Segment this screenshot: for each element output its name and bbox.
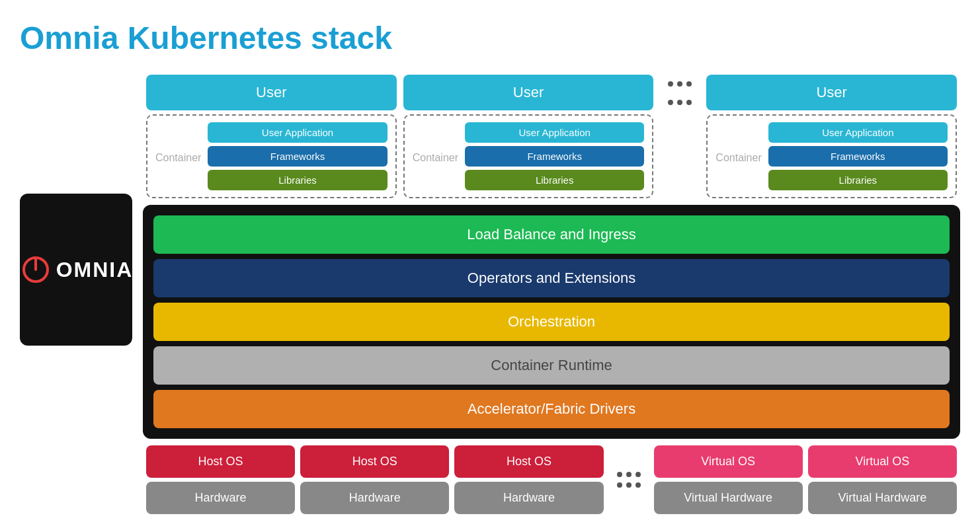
dots-row-hw-1 — [617, 472, 641, 477]
app-box-1: User Application — [208, 122, 387, 143]
dot — [617, 472, 622, 477]
hw-group-3: Host OS Hardware — [454, 445, 603, 514]
hw-group-2: Host OS Hardware — [300, 445, 449, 514]
container-group-1: User Container User Application Framewor… — [146, 75, 397, 198]
dot — [668, 81, 673, 87]
hardware-3: Hardware — [454, 482, 603, 514]
virtual-hw-2: Virtual Hardware — [808, 482, 957, 514]
libraries-box-1: Libraries — [208, 170, 387, 190]
container-stack-2: User Application Frameworks Libraries — [465, 122, 644, 190]
libraries-box-2: Libraries — [465, 170, 644, 190]
dot — [626, 472, 632, 477]
host-os-3: Host OS — [454, 445, 603, 478]
app-box-3: User Application — [768, 122, 948, 143]
dots-row-hw-2 — [617, 482, 641, 488]
container-label-2: Container — [413, 149, 458, 164]
dot — [635, 482, 641, 488]
container-box-1: Container User Application Frameworks Li… — [146, 114, 397, 198]
hw-group-virtual-1: Virtual OS Virtual Hardware — [654, 445, 803, 514]
dot — [677, 81, 682, 87]
dots-separator-bottom — [609, 445, 649, 514]
framework-box-2: Frameworks — [465, 146, 644, 167]
hw-group-1: Host OS Hardware — [146, 445, 295, 514]
dot — [677, 100, 682, 105]
user-box-3: User — [706, 75, 957, 110]
dots-row-2 — [668, 100, 692, 105]
virtual-os-2: Virtual OS — [808, 445, 957, 478]
containers-section: User Container User Application Framewor… — [143, 75, 960, 198]
layer-accelerator: Accelerator/Fabric Drivers — [153, 390, 950, 428]
container-group-3: User Container User Application Framewor… — [706, 75, 957, 198]
virtual-os-1: Virtual OS — [654, 445, 803, 478]
stack-layers: Load Balance and Ingress Operators and E… — [153, 215, 950, 428]
omnia-text: OMNIA — [56, 258, 134, 282]
dot — [686, 81, 692, 87]
layer-load-balance: Load Balance and Ingress — [153, 215, 950, 254]
power-icon — [19, 253, 52, 286]
app-box-2: User Application — [465, 122, 644, 143]
user-box-2: User — [403, 75, 654, 110]
dots-row-1 — [668, 81, 692, 87]
container-box-2: Container User Application Frameworks Li… — [403, 114, 654, 198]
user-box-1: User — [146, 75, 397, 110]
container-label-3: Container — [715, 149, 761, 164]
stack-black-box: Load Balance and Ingress Operators and E… — [143, 205, 960, 439]
container-box-3: Container User Application Frameworks Li… — [706, 114, 957, 198]
layer-orchestration: Orchestration — [153, 303, 950, 341]
page-title: Omnia Kubernetes stack — [20, 20, 960, 56]
framework-box-1: Frameworks — [208, 146, 387, 167]
dots-separator-top — [660, 75, 700, 105]
container-stack-1: User Application Frameworks Libraries — [208, 122, 387, 190]
host-os-1: Host OS — [146, 445, 295, 478]
dot — [686, 100, 692, 105]
hardware-2: Hardware — [300, 482, 449, 514]
host-os-2: Host OS — [300, 445, 449, 478]
framework-box-3: Frameworks — [768, 146, 948, 167]
container-group-2: User Container User Application Framewor… — [403, 75, 654, 198]
layer-container-runtime: Container Runtime — [153, 346, 950, 385]
omnia-logo: OMNIA — [19, 253, 134, 286]
container-label-1: Container — [155, 149, 201, 164]
layer-operators: Operators and Extensions — [153, 259, 950, 297]
hardware-1: Hardware — [146, 482, 295, 514]
virtual-hw-1: Virtual Hardware — [654, 482, 803, 514]
dot — [668, 100, 673, 105]
container-stack-3: User Application Frameworks Libraries — [768, 122, 948, 190]
hardware-section: Host OS Hardware Host OS Hardware Host O… — [143, 445, 960, 514]
page: Omnia Kubernetes stack OMNIA — [0, 0, 980, 528]
dot — [626, 482, 632, 488]
dot — [635, 472, 641, 477]
libraries-box-3: Libraries — [768, 170, 948, 190]
dot — [617, 482, 622, 488]
hw-group-virtual-2: Virtual OS Virtual Hardware — [808, 445, 957, 514]
